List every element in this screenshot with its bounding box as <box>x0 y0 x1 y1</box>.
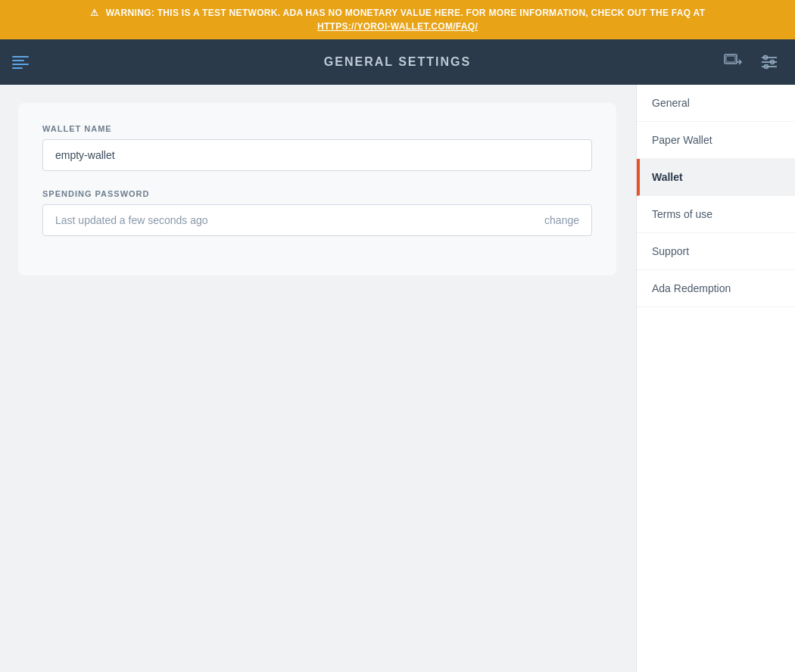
change-password-button[interactable]: change <box>544 214 579 226</box>
settings-sidebar: General Paper Wallet Wallet Terms of use… <box>636 85 795 672</box>
warning-text-line1: WARNING: THIS IS A TEST NETWORK. ADA HAS… <box>106 8 706 18</box>
main-layout: WALLET NAME SPENDING PASSWORD Last updat… <box>0 85 795 672</box>
sidebar-item-general[interactable]: General <box>637 85 795 122</box>
content-area: WALLET NAME SPENDING PASSWORD Last updat… <box>0 85 636 672</box>
sidebar-item-wallet[interactable]: Wallet <box>637 159 795 196</box>
spending-password-group: SPENDING PASSWORD Last updated a few sec… <box>42 189 592 236</box>
warning-banner: ⚠ WARNING: THIS IS A TEST NETWORK. ADA H… <box>0 0 795 39</box>
settings-card: WALLET NAME SPENDING PASSWORD Last updat… <box>18 103 616 275</box>
spending-password-label: SPENDING PASSWORD <box>42 189 592 198</box>
sidebar-label-support: Support <box>652 245 689 257</box>
sidebar-item-support[interactable]: Support <box>637 233 795 270</box>
menu-icon[interactable] <box>12 56 29 69</box>
warning-icon: ⚠ <box>90 8 98 18</box>
sidebar-item-ada-redemption[interactable]: Ada Redemption <box>637 270 795 307</box>
wallet-name-group: WALLET NAME <box>42 124 592 171</box>
sidebar-label-wallet: Wallet <box>652 171 683 183</box>
sidebar-label-general: General <box>652 97 690 109</box>
svg-rect-1 <box>726 56 735 62</box>
warning-faq-link[interactable]: HTTPS://YOROI-WALLET.COM/FAQ/ <box>12 20 783 33</box>
sidebar-label-terms-of-use: Terms of use <box>652 208 712 220</box>
settings-button[interactable] <box>756 48 783 76</box>
page-title: GENERAL SETTINGS <box>324 55 471 69</box>
wallet-name-input[interactable] <box>42 139 592 171</box>
navbar-actions <box>719 48 783 76</box>
sidebar-label-ada-redemption: Ada Redemption <box>652 282 731 294</box>
spending-password-field: Last updated a few seconds ago change <box>42 204 592 236</box>
sidebar-item-paper-wallet[interactable]: Paper Wallet <box>637 122 795 159</box>
sidebar-item-terms-of-use[interactable]: Terms of use <box>637 196 795 233</box>
navbar-left <box>12 56 29 69</box>
send-receive-button[interactable] <box>719 48 747 76</box>
wallet-name-label: WALLET NAME <box>42 124 592 133</box>
sidebar-label-paper-wallet: Paper Wallet <box>652 134 712 146</box>
navbar: GENERAL SETTINGS <box>0 39 795 85</box>
spending-password-status: Last updated a few seconds ago <box>55 214 208 226</box>
